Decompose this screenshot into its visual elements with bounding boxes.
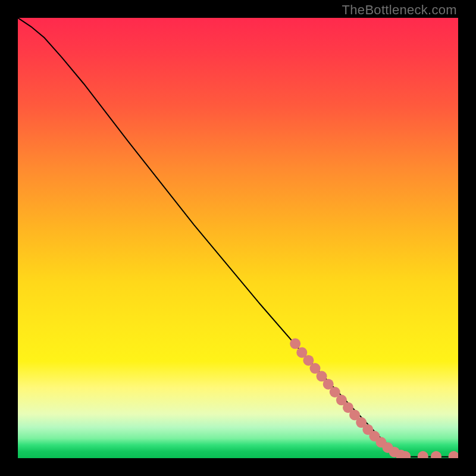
plot-area — [18, 18, 458, 458]
data-marker — [418, 451, 428, 458]
data-marker — [431, 451, 441, 458]
bottleneck-curve — [18, 18, 458, 457]
data-marker — [290, 339, 300, 349]
data-marker — [449, 451, 458, 458]
watermark-text: TheBottleneck.com — [342, 2, 457, 18]
chart-stage: TheBottleneck.com — [0, 0, 476, 476]
chart-svg — [18, 18, 458, 458]
data-markers-group — [290, 339, 458, 458]
